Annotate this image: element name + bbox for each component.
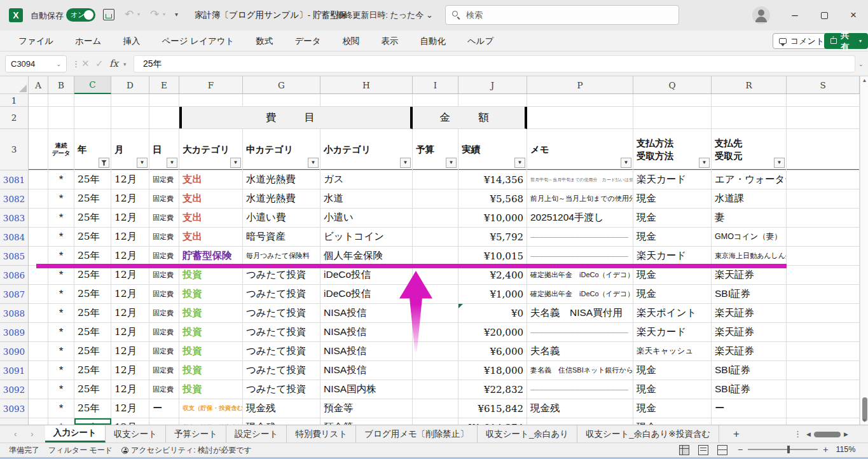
cell-Q3085[interactable]: 楽天カード bbox=[633, 247, 712, 266]
cell-H3094[interactable]: 預金等 bbox=[320, 418, 413, 425]
autosave-toggle[interactable]: オン bbox=[66, 8, 95, 22]
sheet-nav-right-icon[interactable]: › bbox=[31, 429, 33, 439]
cell-C3084[interactable]: 25年 bbox=[74, 228, 111, 247]
cell-F3093[interactable]: 収支（貯保・投資含む） bbox=[179, 399, 243, 418]
cell-F3085[interactable]: 貯蓄型保険 bbox=[179, 247, 243, 266]
column-header-B[interactable]: B bbox=[48, 76, 74, 94]
cell-C3090[interactable]: 25年 bbox=[74, 342, 111, 361]
filter-applied-button[interactable] bbox=[99, 158, 109, 168]
cell-H3085[interactable]: 個人年金保険 bbox=[320, 247, 413, 266]
sheet-nav-left-icon[interactable]: ‹ bbox=[14, 429, 17, 439]
cell-R3090[interactable]: 楽天証券 bbox=[712, 342, 787, 361]
cell-J1[interactable] bbox=[458, 94, 527, 107]
cell-G1[interactable] bbox=[243, 94, 320, 107]
filter-dropdown-button[interactable]: ▼ bbox=[774, 158, 785, 168]
ribbon-tab-4[interactable]: 数式 bbox=[245, 31, 284, 51]
cell-B3087[interactable]: * bbox=[48, 285, 74, 304]
sheet-tab[interactable]: 入力シート bbox=[45, 425, 106, 442]
cell-G3089[interactable]: つみたて投資 bbox=[243, 323, 320, 342]
cell-P1[interactable] bbox=[527, 94, 633, 107]
cell-P3089[interactable]: ―――――――――――――――――――――― bbox=[527, 323, 633, 342]
quick-access-more-icon[interactable]: ▾ bbox=[175, 11, 178, 18]
ribbon-tab-file[interactable]: ファイル bbox=[8, 31, 64, 51]
cell-A3093[interactable] bbox=[29, 399, 48, 418]
insert-function-icon[interactable]: fx bbox=[109, 58, 118, 69]
cell-B2[interactable] bbox=[48, 107, 74, 129]
cell-G3086[interactable]: つみたて投資 bbox=[243, 266, 320, 285]
cell-F3091[interactable]: 投資 bbox=[179, 361, 243, 380]
cell-S3090[interactable] bbox=[787, 342, 860, 361]
cell-G3087[interactable]: つみたて投資 bbox=[243, 285, 320, 304]
cell-C3082[interactable]: 25年 bbox=[74, 189, 111, 209]
column-header-I[interactable]: I bbox=[413, 76, 458, 94]
cell-Q2[interactable] bbox=[633, 107, 712, 129]
cell-H1[interactable] bbox=[320, 94, 413, 107]
sheet-tab[interactable]: 収支シート_余白あり bbox=[478, 425, 577, 442]
status-ready[interactable]: 準備完了 bbox=[9, 445, 39, 456]
cell-S3087[interactable] bbox=[787, 285, 860, 304]
cell-D3081[interactable]: 12月 bbox=[111, 170, 149, 189]
cell-Q3083[interactable]: 現金 bbox=[633, 209, 712, 228]
table-header-J[interactable]: 実績▼ bbox=[458, 129, 527, 170]
cell-G3094[interactable]: 現金残 bbox=[243, 418, 320, 425]
cell-S3088[interactable] bbox=[787, 304, 860, 323]
cell-P3091[interactable]: 妻名義 住信SBIネット銀行から引き落とし bbox=[527, 361, 633, 380]
row-header-3086[interactable]: 3086 bbox=[0, 266, 29, 285]
sheet-more-icon[interactable]: ⋮ bbox=[794, 429, 802, 439]
hscroll-left-icon[interactable]: ◀ bbox=[806, 431, 811, 437]
status-filter-mode[interactable]: フィルター モード bbox=[48, 445, 113, 456]
cell-C3087[interactable]: 25年 bbox=[74, 285, 111, 304]
column-header-R[interactable]: R bbox=[712, 76, 787, 94]
cell-I3090[interactable] bbox=[413, 342, 458, 361]
cell-J3084[interactable]: ¥5,792 bbox=[458, 228, 527, 247]
view-page-break-icon[interactable] bbox=[717, 445, 727, 455]
cell-Q3086[interactable]: 現金 bbox=[633, 266, 712, 285]
cell-J3093[interactable]: ¥615,842 bbox=[458, 399, 527, 418]
cell-H3090[interactable]: NISA投信 bbox=[320, 342, 413, 361]
sheet-tab[interactable]: 設定シート bbox=[226, 425, 287, 442]
table-header-I[interactable]: 予算▼ bbox=[413, 129, 458, 170]
cell-A3085[interactable] bbox=[29, 247, 48, 266]
cell-P3082[interactable]: 前月上旬～当月上旬までの使用分 bbox=[527, 189, 633, 209]
cell-D3092[interactable]: 12月 bbox=[111, 380, 149, 399]
comments-button[interactable]: コメント bbox=[773, 33, 830, 49]
cell-A3083[interactable] bbox=[29, 209, 48, 228]
cell-D3091[interactable]: 12月 bbox=[111, 361, 149, 380]
cell-R3089[interactable]: 楽天証券 bbox=[712, 323, 787, 342]
function-caret-icon[interactable]: ▾ bbox=[123, 61, 127, 67]
add-sheet-button[interactable]: + bbox=[719, 425, 754, 442]
cell-J3082[interactable]: ¥5,568 bbox=[458, 189, 527, 209]
cell-R3093[interactable]: ー bbox=[712, 399, 787, 418]
cell-A3082[interactable] bbox=[29, 189, 48, 209]
cell-A3084[interactable] bbox=[29, 228, 48, 247]
share-button[interactable]: 共有 ▾ bbox=[824, 33, 868, 49]
cell-E3089[interactable]: 固定費 bbox=[149, 323, 179, 342]
cell-Q3090[interactable]: 楽天キャッシュ bbox=[633, 342, 712, 361]
cell-Q3081[interactable]: 楽天カード bbox=[633, 170, 712, 189]
cell-E3085[interactable]: 固定費 bbox=[149, 247, 179, 266]
cell-E3082[interactable]: 固定費 bbox=[149, 189, 179, 209]
sheet-tab[interactable]: 特別費リスト bbox=[287, 425, 356, 442]
cell-S3094[interactable] bbox=[787, 418, 860, 425]
cell-R3084[interactable]: GMOコイン（妻） bbox=[712, 228, 787, 247]
row-header-3094[interactable]: 3094 bbox=[0, 418, 29, 425]
column-header-A[interactable]: A bbox=[29, 76, 48, 94]
vertical-scrollbar[interactable]: ▲ ▼ bbox=[860, 76, 868, 425]
cell-C3086[interactable]: 25年 bbox=[74, 266, 111, 285]
redo-icon[interactable]: ↷ bbox=[150, 8, 159, 21]
row-header-3087[interactable]: 3087 bbox=[0, 285, 29, 304]
cell-D3085[interactable]: 12月 bbox=[111, 247, 149, 266]
cell-C2[interactable] bbox=[74, 107, 111, 129]
sheet-tab[interactable]: 予算シート bbox=[166, 425, 226, 442]
cell-A3091[interactable] bbox=[29, 361, 48, 380]
close-button[interactable]: × bbox=[839, 0, 868, 31]
cell-F3087[interactable]: 投資 bbox=[179, 285, 243, 304]
cell-A3086[interactable] bbox=[29, 266, 48, 285]
cell-D3084[interactable]: 12月 bbox=[111, 228, 149, 247]
sheet-tab[interactable]: 収支シート_余白あり※投資含む bbox=[577, 425, 719, 442]
filter-dropdown-button[interactable]: ▼ bbox=[167, 158, 177, 168]
cell-R3081[interactable]: エア・ウォーター bbox=[712, 170, 787, 189]
cell-B3083[interactable]: * bbox=[48, 209, 74, 228]
cell-S3089[interactable] bbox=[787, 323, 860, 342]
cell-J3090[interactable]: ¥6,000 bbox=[458, 342, 527, 361]
